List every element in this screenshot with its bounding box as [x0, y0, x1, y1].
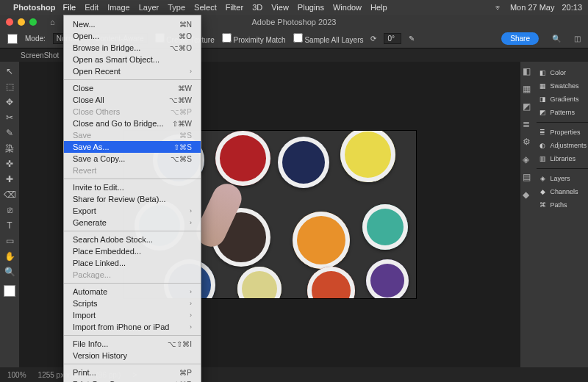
tool-2[interactable]: ✥ — [2, 96, 17, 109]
menu-plugins[interactable]: Plugins — [298, 3, 324, 12]
zoom-level[interactable]: 100% — [7, 371, 26, 379]
proximity-match-checkbox[interactable]: Proximity Match — [222, 33, 286, 44]
panel-adjustments[interactable]: ◐Adjustments — [537, 139, 588, 152]
panel-swatches[interactable]: ▦Swatches — [537, 79, 588, 93]
tool-1[interactable]: ⬚ — [2, 80, 17, 93]
panel-label: Color — [550, 69, 566, 76]
menu-3d[interactable]: 3D — [252, 3, 262, 12]
window-maximize[interactable] — [29, 18, 37, 26]
window-close[interactable] — [6, 18, 13, 26]
menu-view[interactable]: View — [271, 3, 289, 12]
panel-strip-icon-4[interactable]: ⚙ — [523, 137, 534, 148]
panel-strip-icon-0[interactable]: ◧ — [523, 66, 534, 78]
menu-item-close[interactable]: Close⌘W — [64, 82, 201, 94]
menu-item-open-recent[interactable]: Open Recent› — [64, 65, 201, 77]
panel-libraries[interactable]: ▥Libraries — [537, 152, 588, 165]
panel-strip-icon-7[interactable]: ◆ — [523, 190, 534, 201]
menu-item-label: Print... — [73, 368, 179, 377]
panel-layers[interactable]: ◈Layers — [537, 172, 588, 185]
tool-11[interactable]: ▭ — [2, 234, 17, 248]
menu-item-import-from-iphone-or-ipad[interactable]: Import from iPhone or iPad› — [64, 321, 201, 333]
panel-gradients[interactable]: ◨Gradients — [537, 93, 588, 106]
panel-channels[interactable]: ◆Channels — [537, 185, 588, 198]
tool-7[interactable]: ✚ — [2, 173, 17, 186]
panel-strip-icon-3[interactable]: ≣ — [523, 119, 534, 131]
menu-item-version-history[interactable]: Version History — [64, 350, 201, 361]
menu-item-share-for-review-beta[interactable]: Share for Review (Beta)... — [64, 193, 201, 205]
menu-item-import[interactable]: Import› — [64, 309, 201, 321]
paint-bucket — [340, 130, 395, 182]
tool-10[interactable]: T — [2, 219, 17, 232]
panel-strip-icon-2[interactable]: ◩ — [523, 101, 534, 113]
tool-4[interactable]: ✎ — [2, 126, 17, 140]
document-tab[interactable]: ScreenShot — [21, 51, 59, 60]
menu-item-automate[interactable]: Automate› — [64, 286, 201, 298]
share-button[interactable]: Share — [501, 32, 539, 45]
menu-item-shortcut: ⌥⌘P — [171, 108, 192, 116]
menu-item-browse-in-bridge[interactable]: Browse in Bridge...⌥⌘O — [64, 42, 201, 54]
menu-item-scripts[interactable]: Scripts› — [64, 298, 201, 309]
panel-paths[interactable]: ⌘Paths — [537, 198, 588, 212]
menu-item-export[interactable]: Export› — [64, 205, 201, 217]
menu-item-search-adobe-stock[interactable]: Search Adobe Stock... — [64, 234, 201, 245]
tool-6[interactable]: ✜ — [2, 157, 17, 170]
tool-13[interactable]: 🔍 — [2, 265, 17, 278]
menu-item-file-info[interactable]: File Info...⌥⇧⌘I — [64, 338, 201, 350]
paint-bucket — [366, 259, 409, 299]
foreground-color-swatch[interactable] — [4, 285, 15, 297]
menu-item-save-as[interactable]: Save As...⇧⌘S — [64, 141, 201, 153]
panel-strip-icon-6[interactable]: ▤ — [523, 172, 534, 184]
menu-window[interactable]: Window — [333, 3, 362, 12]
tool-9[interactable]: ⎚ — [2, 203, 17, 217]
menu-item-save-a-copy[interactable]: Save a Copy...⌥⌘S — [64, 153, 201, 165]
menu-help[interactable]: Help — [370, 3, 387, 12]
menu-item-label: Save a Copy... — [73, 154, 171, 163]
menu-item-invite-to-edit[interactable]: Invite to Edit... — [64, 181, 201, 193]
menu-layer[interactable]: Layer — [139, 3, 159, 12]
angle-field[interactable]: 0° — [384, 33, 401, 44]
workspace-icon[interactable]: ◫ — [574, 35, 581, 43]
paint-bucket — [362, 204, 408, 250]
tool-3[interactable]: ✂ — [2, 111, 17, 124]
rotate-angle-icon[interactable]: ⟳ — [370, 35, 376, 43]
menu-item-print[interactable]: Print...⌘P — [64, 367, 201, 378]
tool-0[interactable]: ↖ — [2, 65, 17, 78]
panel-strip-icon-1[interactable]: ▦ — [523, 84, 534, 96]
app-name[interactable]: Photoshop — [13, 3, 55, 12]
menu-item-package: Package... — [64, 269, 201, 281]
panel-patterns[interactable]: ◩Patterns — [537, 106, 588, 119]
menu-item-place-embedded[interactable]: Place Embedded... — [64, 245, 201, 257]
menu-item-open-as-smart-object[interactable]: Open as Smart Object... — [64, 54, 201, 65]
menu-item-close-and-go-to-bridge[interactable]: Close and Go to Bridge...⇧⌘W — [64, 118, 201, 129]
menu-filter[interactable]: Filter — [226, 3, 243, 12]
menu-item-label: Browse in Bridge... — [73, 43, 170, 52]
menu-file[interactable]: File — [62, 3, 76, 12]
pressure-icon[interactable]: ✎ — [409, 35, 415, 43]
search-icon[interactable]: 🔍 — [552, 35, 561, 43]
tool-8[interactable]: ⌫ — [2, 188, 17, 201]
menu-item-generate[interactable]: Generate› — [64, 217, 201, 228]
menu-select[interactable]: Select — [194, 3, 217, 12]
home-icon[interactable]: ⌂ — [50, 18, 55, 26]
tool-5[interactable]: 染 — [2, 142, 17, 155]
menu-item-label: Import — [73, 311, 187, 320]
sample-all-layers-checkbox[interactable]: Sample All Layers — [293, 33, 364, 44]
window-minimize[interactable] — [18, 18, 25, 26]
menu-item-label: Automate — [73, 287, 187, 296]
menu-item-place-linked[interactable]: Place Linked... — [64, 257, 201, 269]
menu-item-open[interactable]: Open...⌘O — [64, 30, 201, 42]
wifi-icon[interactable]: ᯤ — [495, 3, 503, 12]
menu-item-new[interactable]: New...⌘N — [64, 18, 201, 30]
panel-color[interactable]: ◧Color — [537, 66, 588, 79]
panel-properties[interactable]: ≣Properties — [537, 126, 588, 139]
menu-type[interactable]: Type — [168, 3, 185, 12]
menu-item-shortcut: ⇧⌘W — [172, 120, 192, 128]
brush-preset-icon[interactable] — [7, 34, 18, 44]
panel-strip-icon-5[interactable]: ◈ — [523, 154, 534, 166]
menu-item-print-one-copy[interactable]: Print One Copy⌥⇧⌘P — [64, 378, 201, 382]
tool-12[interactable]: ✋ — [2, 250, 17, 263]
menu-image[interactable]: Image — [107, 3, 130, 12]
menu-edit[interactable]: Edit — [85, 3, 98, 12]
menu-item-label: Invite to Edit... — [73, 183, 192, 192]
menu-item-close-all[interactable]: Close All⌥⌘W — [64, 94, 201, 106]
